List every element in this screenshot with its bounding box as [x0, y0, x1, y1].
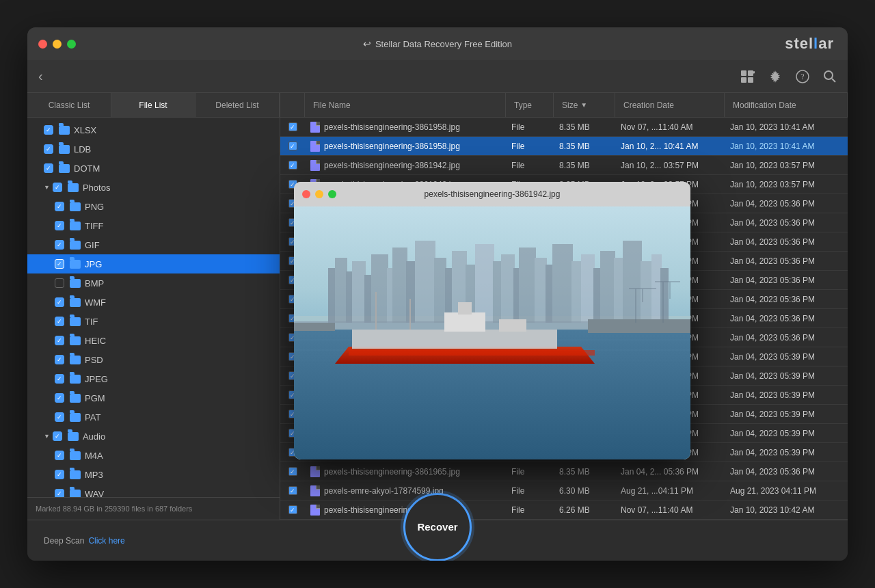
checkbox-icon[interactable]: ✓ — [288, 142, 297, 150]
checkbox-audio[interactable]: ✓ — [53, 431, 62, 441]
checkbox-icon[interactable]: ✓ — [288, 122, 297, 131]
file-row[interactable]: ✓pexels-thisisengineering-3861958.jpgFil… — [280, 118, 848, 137]
folder-icon-ldb — [59, 145, 70, 154]
checkbox-icon[interactable]: ✓ — [288, 467, 297, 476]
preview-close-button[interactable] — [302, 190, 310, 198]
tree-item-bmp[interactable]: BMP — [27, 273, 280, 293]
file-size: 6.30 MB — [554, 486, 615, 496]
tree-item-jpg[interactable]: ✓ JPG — [27, 254, 280, 273]
tree-item-jpeg[interactable]: ✓ JPEG — [27, 369, 280, 388]
file-row[interactable]: ✓pexels-thisisengineering-3861965.jpgFil… — [280, 462, 848, 481]
tree-item-pat[interactable]: ✓ PAT — [27, 407, 280, 427]
checkbox-photos[interactable]: ✓ — [53, 183, 62, 192]
checkbox-m4a[interactable]: ✓ — [55, 451, 64, 460]
file-modification-date: Jan 04, 2023 05:39 PM — [725, 352, 848, 362]
checkbox-icon[interactable]: ✓ — [288, 161, 297, 170]
settings-button[interactable] — [768, 70, 782, 83]
tree-item-tiff[interactable]: ✓ TIFF — [27, 216, 280, 235]
svg-rect-36 — [600, 251, 615, 323]
checkbox-mp3[interactable]: ✓ — [55, 470, 64, 479]
tab-classic-list[interactable]: Classic List — [27, 93, 111, 117]
file-modification-date: Jan 04, 2023 05:39 PM — [725, 371, 848, 381]
tree-item-wav[interactable]: ✓ WAV — [27, 484, 280, 497]
svg-rect-41 — [660, 268, 669, 323]
file-row-checkbox[interactable]: ✓ — [280, 161, 305, 170]
recover-button[interactable]: Recover — [403, 493, 472, 561]
back-button[interactable]: ‹ — [38, 68, 43, 84]
file-type-icon — [310, 160, 320, 171]
tree-item-tif[interactable]: ✓ TIF — [27, 312, 280, 331]
sidebar-tabs: Classic List File List Deleted List — [27, 93, 280, 118]
svg-rect-18 — [392, 248, 407, 323]
tree-item-m4a[interactable]: ✓ M4A — [27, 446, 280, 465]
tree-item-heic[interactable]: ✓ HEIC — [27, 331, 280, 350]
checkbox-heic[interactable]: ✓ — [55, 336, 64, 345]
checkbox-icon[interactable]: ✓ — [288, 486, 297, 495]
close-button[interactable] — [38, 40, 47, 49]
file-row[interactable]: ✓pexels-thisisengineering-3861958.jpgFil… — [280, 137, 848, 156]
tree-item-gif[interactable]: ✓ GIF — [27, 235, 280, 254]
tab-deleted-list[interactable]: Deleted List — [196, 93, 280, 117]
tree-item-mp3[interactable]: ✓ MP3 — [27, 465, 280, 484]
header-size[interactable]: Size ▼ — [554, 93, 615, 117]
file-row-checkbox[interactable]: ✓ — [280, 486, 305, 495]
checkbox-gif[interactable]: ✓ — [55, 240, 64, 250]
svg-rect-30 — [535, 258, 547, 323]
tree-item-pgm[interactable]: ✓ PGM — [27, 388, 280, 407]
file-row[interactable]: ✓pexels-thisisengineering-3861942.jpgFil… — [280, 156, 848, 175]
file-modification-date: Jan 10, 2023 10:41 AM — [725, 122, 848, 132]
checkbox-dotm[interactable]: ✓ — [44, 163, 53, 173]
tree-item-audio[interactable]: ▼ ✓ Audio — [27, 427, 280, 446]
svg-rect-38 — [623, 241, 642, 323]
file-row-checkbox[interactable]: ✓ — [280, 467, 305, 476]
folder-icon-tif — [70, 317, 81, 326]
checkbox-icon[interactable]: ✓ — [288, 505, 297, 514]
checkbox-wav[interactable]: ✓ — [55, 489, 64, 497]
file-row-checkbox[interactable]: ✓ — [280, 122, 305, 131]
checkbox-pat[interactable]: ✓ — [55, 412, 64, 422]
checkbox-tif[interactable]: ✓ — [55, 317, 64, 326]
help-button[interactable]: ? — [796, 70, 809, 83]
file-modification-date: Jan 04, 2023 05:36 PM — [725, 295, 848, 304]
file-row[interactable]: ✓pexels-emre-akyol-17874599.jpgFile6.30 … — [280, 481, 848, 500]
checkbox-xlsx[interactable]: ✓ — [44, 125, 53, 135]
folder-icon-xlsx — [59, 126, 70, 135]
checkbox-jpeg[interactable]: ✓ — [55, 374, 64, 384]
file-creation-date: Jan 10, 2... 10:41 AM — [615, 142, 725, 151]
click-here-link[interactable]: Click here — [88, 536, 124, 546]
preview-maximize-button[interactable] — [328, 190, 336, 198]
minimize-button[interactable] — [53, 40, 62, 49]
preview-minimize-button[interactable] — [315, 190, 323, 198]
checkbox-jpg[interactable]: ✓ — [55, 259, 64, 269]
tab-file-list[interactable]: File List — [111, 93, 196, 117]
checkbox-psd[interactable]: ✓ — [55, 355, 64, 364]
svg-rect-25 — [475, 244, 494, 323]
checkbox-png[interactable]: ✓ — [55, 202, 64, 211]
tree-item-xlsx[interactable]: ✓ XLSX — [27, 120, 280, 139]
file-creation-date: Aug 21, ...04:11 PM — [615, 486, 725, 496]
harbor-scene-svg — [294, 206, 690, 459]
tree-item-wmf[interactable]: ✓ WMF — [27, 293, 280, 312]
header-type[interactable]: Type — [506, 93, 554, 117]
tree-item-psd[interactable]: ✓ PSD — [27, 350, 280, 369]
svg-rect-13 — [346, 271, 353, 323]
file-row-checkbox[interactable]: ✓ — [280, 142, 305, 150]
file-row[interactable]: ✓pexels-thisisengineering-3861961.jpgFil… — [280, 500, 848, 520]
tree-item-photos[interactable]: ▼ ✓ Photos — [27, 178, 280, 197]
grid-view-button[interactable] — [740, 69, 755, 84]
header-filename[interactable]: File Name — [305, 93, 506, 117]
checkbox-tiff[interactable]: ✓ — [55, 221, 64, 230]
checkbox-ldb[interactable]: ✓ — [44, 144, 53, 154]
checkbox-bmp[interactable] — [55, 278, 64, 288]
file-name: pexels-emre-akyol-17874599.jpg — [305, 485, 506, 496]
header-creation-date[interactable]: Creation Date — [615, 93, 725, 117]
tree-item-png[interactable]: ✓ PNG — [27, 197, 280, 216]
file-row-checkbox[interactable]: ✓ — [280, 505, 305, 514]
checkbox-wmf[interactable]: ✓ — [55, 297, 64, 307]
header-modification-date[interactable]: Modification Date — [725, 93, 848, 117]
tree-item-dotm[interactable]: ✓ DOTM — [27, 159, 280, 178]
tree-item-ldb[interactable]: ✓ LDB — [27, 139, 280, 159]
maximize-button[interactable] — [67, 40, 76, 49]
checkbox-pgm[interactable]: ✓ — [55, 393, 64, 403]
search-button[interactable] — [823, 70, 837, 83]
